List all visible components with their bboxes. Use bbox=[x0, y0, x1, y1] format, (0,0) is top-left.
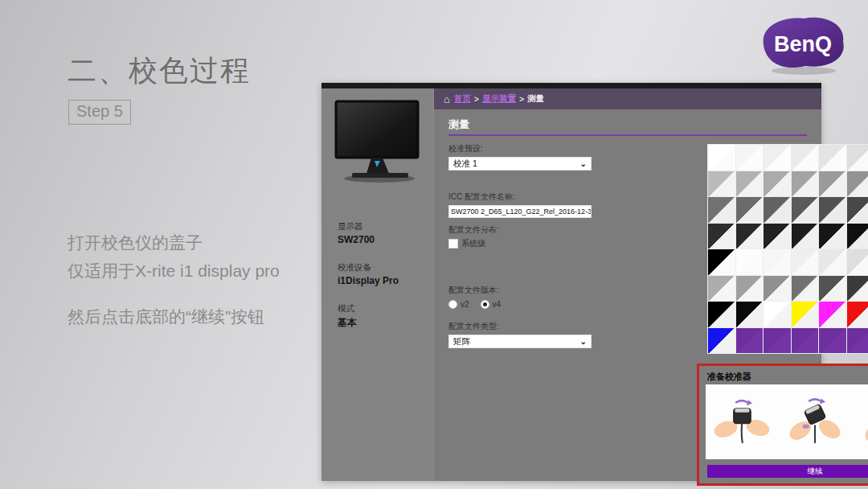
system-level-checkbox[interactable] bbox=[448, 239, 458, 249]
note-spacer bbox=[68, 285, 341, 302]
pattern-cell bbox=[847, 302, 868, 327]
breadcrumb-separator: > bbox=[519, 94, 524, 104]
chevron-down-icon: ⌄ bbox=[580, 339, 587, 345]
version-v4-radio[interactable] bbox=[481, 300, 489, 309]
pattern-cell bbox=[847, 197, 868, 223]
version-label: 配置文件版本: bbox=[448, 285, 593, 296]
pattern-cell bbox=[764, 276, 791, 302]
pattern-cell bbox=[708, 197, 735, 223]
step-badge: Step 5 bbox=[68, 100, 131, 125]
device-field-mode: 模式 基本 bbox=[338, 303, 399, 330]
pattern-cell bbox=[792, 302, 819, 327]
breadcrumb: ⌂ 首页 > 显示装置 > 测量 bbox=[434, 88, 821, 109]
continue-button[interactable]: 继续 bbox=[707, 465, 868, 478]
system-level-label: 系统级 bbox=[461, 238, 485, 249]
app-screenshot: 显示器 SW2700 校准设备 i1Display Pro 模式 基本 ⌂ 首页… bbox=[321, 83, 821, 481]
calibrator-step1-illustration bbox=[710, 393, 773, 451]
pattern-cell bbox=[819, 145, 846, 171]
pattern-cell bbox=[792, 276, 819, 302]
pattern-cell bbox=[764, 145, 791, 171]
device-field-label: 显示器 bbox=[338, 221, 399, 232]
preset-label: 校准预设: bbox=[448, 143, 593, 154]
note-line: 打开校色仪的盖子 bbox=[68, 228, 341, 257]
preset-select[interactable]: 校准 1 ⌄ bbox=[448, 157, 592, 171]
pattern-cell bbox=[736, 276, 764, 302]
version-v2-radio[interactable] bbox=[448, 300, 457, 309]
app-title-strip bbox=[321, 83, 821, 88]
pattern-cell bbox=[819, 224, 846, 249]
profile-type-select[interactable]: 矩阵 ⌄ bbox=[448, 335, 592, 348]
pattern-cell bbox=[764, 249, 791, 275]
pattern-cell bbox=[847, 145, 868, 171]
note-line: 然后点击底部的“继续”按钮 bbox=[68, 302, 341, 331]
device-field-value: SW2700 bbox=[338, 234, 399, 245]
pattern-cell bbox=[847, 171, 868, 197]
prepare-title: 准备校准器 bbox=[707, 371, 751, 383]
pattern-cell bbox=[708, 302, 735, 327]
pattern-cell bbox=[847, 328, 868, 354]
pattern-cell bbox=[792, 171, 819, 197]
pattern-cell bbox=[847, 249, 868, 275]
pattern-cell bbox=[708, 145, 735, 171]
device-field-value: 基本 bbox=[338, 316, 399, 330]
calibrator-step2-illustration bbox=[784, 393, 846, 451]
breadcrumb-current: 测量 bbox=[527, 93, 544, 105]
breadcrumb-link-home[interactable]: 首页 bbox=[454, 93, 471, 105]
distribution-label: 配置文件分布: bbox=[448, 224, 593, 236]
pattern-cell bbox=[708, 249, 735, 275]
instruction-notes: 打开校色仪的盖子 仅适用于X-rite i1 display pro 然后点击底… bbox=[68, 228, 341, 331]
profile-type-label: 配置文件类型: bbox=[448, 321, 593, 332]
pattern-cell bbox=[708, 224, 735, 249]
note-line: 仅适用于X-rite i1 display pro bbox=[68, 257, 341, 285]
distribution-options: 系统级 bbox=[448, 238, 593, 249]
pattern-cell bbox=[736, 302, 764, 327]
pattern-cell bbox=[764, 224, 791, 249]
pattern-cell bbox=[736, 171, 764, 197]
version-v2-label: v2 bbox=[461, 300, 469, 309]
pattern-cell bbox=[819, 171, 846, 197]
device-field-calibrator: 校准设备 i1Display Pro bbox=[338, 262, 399, 286]
pattern-cell bbox=[792, 249, 819, 275]
section-title: 测量 bbox=[448, 117, 469, 132]
breadcrumb-link-display-settings[interactable]: 显示装置 bbox=[482, 93, 516, 105]
pattern-cell bbox=[819, 302, 846, 327]
pattern-cell bbox=[792, 328, 819, 354]
page-title: 二、校色过程 bbox=[68, 51, 251, 91]
pattern-cell bbox=[847, 224, 868, 249]
benq-logo-icon: BenQ bbox=[754, 11, 854, 79]
pattern-cell bbox=[736, 197, 764, 223]
pattern-cell bbox=[819, 276, 846, 302]
measure-form: 校准预设: 校准 1 ⌄ ICC 配置文件名称: SW2700 2_D65_L1… bbox=[448, 143, 593, 348]
device-fields: 显示器 SW2700 校准设备 i1Display Pro 模式 基本 bbox=[338, 221, 399, 347]
calibrator-step3-illustration bbox=[857, 393, 868, 451]
pattern-cell bbox=[764, 302, 791, 327]
icc-name-input[interactable]: SW2700 2_D65_L120_G22_Rel_2016-12-30 bbox=[448, 205, 592, 218]
profile-type-value: 矩阵 bbox=[453, 336, 470, 347]
home-icon: ⌂ bbox=[444, 93, 450, 105]
pattern-cell bbox=[764, 171, 791, 197]
device-field-label: 校准设备 bbox=[338, 262, 399, 273]
pattern-cell bbox=[764, 328, 791, 354]
chevron-down-icon: ⌄ bbox=[580, 161, 587, 167]
version-options: v2 v4 bbox=[448, 298, 593, 310]
pattern-cell bbox=[736, 224, 764, 249]
benq-logo-text: BenQ bbox=[774, 32, 832, 56]
pattern-cell bbox=[847, 276, 868, 302]
prepare-calibrator-section: 准备校准器 bbox=[697, 364, 868, 486]
device-field-value: i1Display Pro bbox=[338, 275, 399, 286]
pattern-cell bbox=[764, 197, 791, 223]
pattern-cell bbox=[819, 328, 846, 354]
pattern-cell bbox=[708, 171, 735, 197]
version-v4-label: v4 bbox=[493, 300, 502, 309]
pattern-cell bbox=[708, 328, 735, 354]
pattern-cell bbox=[792, 197, 819, 223]
device-panel: 显示器 SW2700 校准设备 i1Display Pro 模式 基本 bbox=[321, 88, 434, 481]
section-divider bbox=[448, 134, 807, 136]
pattern-grid bbox=[707, 144, 868, 354]
monitor-image bbox=[330, 98, 426, 185]
pattern-cell bbox=[736, 328, 764, 354]
device-field-display: 显示器 SW2700 bbox=[338, 221, 399, 245]
calibrator-illustrations bbox=[706, 384, 868, 459]
pattern-cell bbox=[792, 224, 819, 249]
content-panel: ⌂ 首页 > 显示装置 > 测量 测量 校准预设: 校准 1 ⌄ ICC 配置文… bbox=[434, 88, 821, 481]
